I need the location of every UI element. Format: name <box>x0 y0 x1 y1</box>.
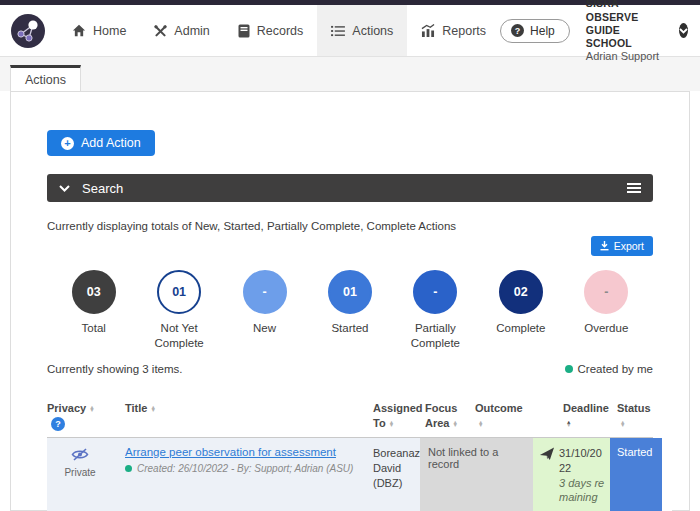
help-label: Help <box>530 24 555 38</box>
deadline-date: 31/10/2022 <box>559 446 606 476</box>
nav-item-reports[interactable]: Reports <box>407 5 500 56</box>
download-icon <box>600 241 609 251</box>
created-by-me-dot-icon <box>125 465 132 472</box>
created-note-text: Created: 26/10/2022 - By: Support; Adria… <box>137 463 353 474</box>
actions-panel: + Add Action Search Currently displaying… <box>10 91 690 511</box>
sort-icon: ▲▼ <box>89 406 94 412</box>
nav-item-actions[interactable]: Actions <box>317 5 407 56</box>
counter-not-yet-complete: 01 Not Yet Complete <box>136 270 221 351</box>
help-button[interactable]: ? Help <box>500 19 570 43</box>
counter-label: Partially Complete <box>399 321 471 351</box>
counter-new: - New <box>222 270 307 351</box>
privacy-cell: Private <box>47 438 115 511</box>
school-name: SISRA OBSERVE GUIDE SCHOOL <box>586 0 669 50</box>
column-header-title[interactable]: Title▲▼ <box>115 397 368 431</box>
counter-started: 01 Started <box>307 270 392 351</box>
main-nav: Home Admin Records <box>58 5 500 56</box>
column-label: Assigned To <box>373 402 423 429</box>
showing-row: Currently showing 3 items. Created by me <box>47 363 653 375</box>
user-name: Adrian Support <box>586 50 669 64</box>
app-logo[interactable] <box>0 5 58 56</box>
nav-label: Reports <box>442 24 486 38</box>
privacy-help-icon[interactable]: ? <box>51 417 65 431</box>
counter-complete: 02 Complete <box>478 270 563 351</box>
counter-circle[interactable]: 02 <box>499 270 543 314</box>
counter-circle[interactable]: 03 <box>72 270 116 314</box>
chart-icon <box>421 24 435 37</box>
column-header-outcome[interactable]: Outcome ▲▼ <box>470 397 533 431</box>
column-label: Title <box>125 402 147 414</box>
nav-item-home[interactable]: Home <box>58 5 140 56</box>
table-row[interactable]: Private Arrange peer observation for ass… <box>47 437 653 511</box>
column-header-assigned-to[interactable]: Assigned To▲▼ <box>368 397 420 431</box>
export-label: Export <box>614 240 644 252</box>
column-header-spacer <box>662 397 666 431</box>
counter-circle[interactable]: - <box>243 270 287 314</box>
eye-slash-icon <box>71 448 89 461</box>
app-header: Home Admin Records <box>0 5 700 57</box>
table-header: Privacy▲▼? Title▲▼ Assigned To▲▼ Focus A… <box>47 397 653 431</box>
column-label: Status <box>617 402 651 414</box>
tab-label: Actions <box>25 73 66 87</box>
not-linked-cell: Not linked to a record <box>420 438 533 511</box>
nav-label: Home <box>93 24 126 38</box>
sort-icon: ▲▼ <box>452 421 457 427</box>
counter-partially-complete: - Partially Complete <box>393 270 478 351</box>
counter-circle[interactable]: 01 <box>328 270 372 314</box>
deadline-remaining: 3 days remaining <box>559 476 606 506</box>
account-menu-button[interactable] <box>679 23 688 38</box>
nav-label: Actions <box>352 24 393 38</box>
search-toggle-bar[interactable]: Search <box>47 174 653 202</box>
counter-total: 03 Total <box>51 270 136 351</box>
nav-item-admin[interactable]: Admin <box>140 5 223 56</box>
action-title-link[interactable]: Arrange peer observation for assessment <box>125 446 336 458</box>
counter-label: Total <box>82 321 106 336</box>
counter-circle[interactable]: - <box>413 270 457 314</box>
chevron-down-icon <box>679 28 688 34</box>
deadline-cell: 31/10/2022 3 days remaining <box>533 438 610 511</box>
home-icon <box>72 24 86 37</box>
account-info: SISRA OBSERVE GUIDE SCHOOL Adrian Suppor… <box>586 0 669 64</box>
counter-label: New <box>253 321 276 336</box>
task-list-icon <box>331 25 345 37</box>
nav-label: Records <box>257 24 304 38</box>
sort-icon-active: ▲▼ <box>566 421 571 427</box>
counter-label: Started <box>331 321 368 336</box>
counter-circle[interactable]: - <box>584 270 628 314</box>
add-action-label: Add Action <box>81 136 141 150</box>
plus-icon: + <box>61 137 74 150</box>
tab-actions[interactable]: Actions <box>10 65 81 94</box>
sort-icon: ▲▼ <box>150 406 155 412</box>
column-label: Outcome <box>475 402 523 414</box>
counter-overdue: - Overdue <box>564 270 649 351</box>
counter-label: Overdue <box>584 321 628 336</box>
column-header-deadline[interactable]: Deadline ▲▼ <box>533 397 610 431</box>
nav-label: Admin <box>174 24 209 38</box>
status-counters: 03 Total 01 Not Yet Complete - New 01 St… <box>51 270 649 351</box>
column-header-privacy[interactable]: Privacy▲▼? <box>47 397 115 431</box>
showing-count-text: Currently showing 3 items. <box>47 363 183 375</box>
row-spacer <box>662 438 672 511</box>
created-by-me-label: Created by me <box>578 363 653 375</box>
totals-summary: Currently displaying totals of New, Star… <box>47 220 653 232</box>
paper-plane-icon <box>539 446 555 462</box>
counter-circle[interactable]: 01 <box>157 270 201 314</box>
privacy-label: Private <box>51 467 109 478</box>
add-action-button[interactable]: + Add Action <box>47 130 155 156</box>
sort-icon: ▲▼ <box>478 421 483 427</box>
column-label: Privacy <box>47 402 86 414</box>
tools-icon <box>154 24 167 37</box>
column-header-focus-area[interactable]: Focus Area▲▼ <box>420 397 470 431</box>
column-header-status[interactable]: Status▲▼ <box>610 397 662 431</box>
title-cell: Arrange peer observation for assessment … <box>115 438 368 511</box>
nav-item-records[interactable]: Records <box>224 5 318 56</box>
export-row: Export <box>47 236 653 256</box>
export-button[interactable]: Export <box>591 236 653 256</box>
book-icon <box>238 24 250 38</box>
assigned-to-cell: Boreanaz; David (DBZ) <box>368 438 420 511</box>
status-cell: Started <box>610 438 662 511</box>
created-by-me-dot-icon <box>565 365 573 373</box>
search-label: Search <box>82 181 123 196</box>
created-note: Created: 26/10/2022 - By: Support; Adria… <box>125 463 362 474</box>
menu-icon[interactable] <box>627 183 641 193</box>
